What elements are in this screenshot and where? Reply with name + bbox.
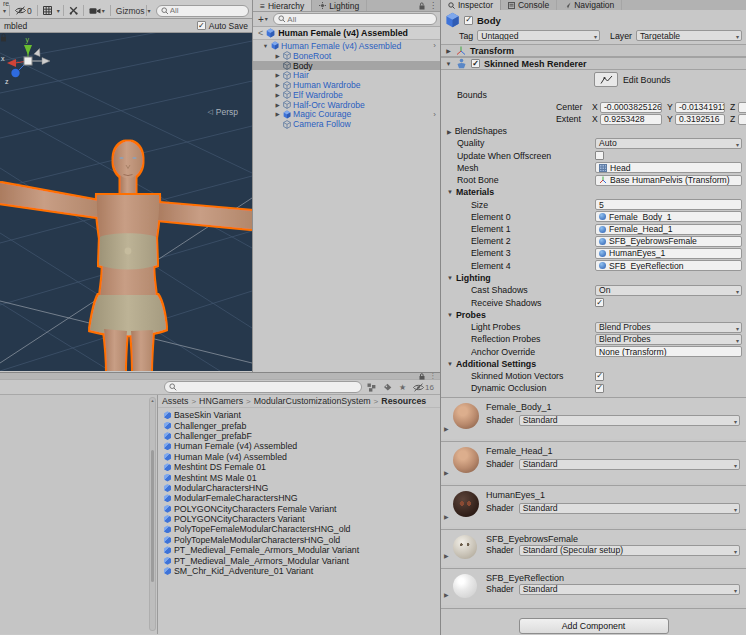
shader-dropdown[interactable]: Standard	[519, 415, 740, 426]
material-card-eye-reflection[interactable]: ▶ SFB_EyeReflection Shader Standard	[441, 568, 746, 605]
material-card-human-eyes[interactable]: ▶ HumanEyes_1 Shader Standard	[441, 485, 746, 527]
hierarchy-item-boneroot[interactable]: ▶ BoneRoot	[253, 51, 440, 61]
lighting-section-header[interactable]: ▼Lighting	[441, 272, 746, 285]
dynamic-occlusion-checkbox[interactable]	[595, 384, 604, 393]
scene-orientation-gizmo[interactable]: y x z	[0, 33, 56, 93]
project-item[interactable]: SM_Chr_Kid_Adventure_01 Variant	[158, 566, 440, 576]
grid-visibility-button[interactable]	[41, 4, 54, 17]
hierarchy-search-field[interactable]	[273, 13, 437, 25]
kebab-menu-icon[interactable]: ⋮	[430, 372, 437, 380]
scene-search-input[interactable]	[170, 6, 244, 15]
material-card-female-head[interactable]: ▶ Female_Head_1 Shader Standard	[441, 441, 746, 483]
material-object-field[interactable]: HumanEyes_1	[595, 248, 742, 259]
scrollbar-thumb[interactable]	[151, 450, 154, 582]
blendshapes-foldout[interactable]: ▶ BlendShapes	[441, 125, 746, 137]
tab-hierarchy[interactable]: ≡ Hierarchy	[253, 0, 312, 11]
prefab-open-chevron[interactable]: ›	[433, 110, 436, 119]
probes-section-header[interactable]: ▼Probes	[441, 309, 746, 322]
foldout-closed-icon[interactable]: ▶	[444, 513, 449, 520]
center-x-field[interactable]: -0.0003825126	[600, 102, 662, 113]
hierarchy-item-root[interactable]: ▼ Human Female (v4) Assembled ›	[253, 41, 440, 51]
shader-dropdown[interactable]: Standard (Specular setup)	[519, 545, 740, 556]
extent-z-field[interactable]	[738, 114, 746, 125]
search-by-type-button[interactable]	[365, 383, 378, 392]
hierarchy-item-camera-follow[interactable]: Camera Follow	[253, 119, 440, 129]
cast-shadows-dropdown[interactable]: On	[595, 285, 742, 296]
smr-component-header[interactable]: ▼ Skinned Mesh Renderer	[441, 57, 746, 70]
hierarchy-item-halforc-wardrobe[interactable]: ▶ Half-Orc Wardrobe	[253, 100, 440, 110]
extent-x-field[interactable]: 0.9253428	[600, 114, 662, 125]
foldout-closed-icon[interactable]: ▶	[444, 469, 449, 476]
transform-component-header[interactable]: ▶ Transform	[441, 44, 746, 57]
grid-dropdown-icon[interactable]: ▾	[57, 8, 60, 14]
scroll-up-icon[interactable]: ▲	[150, 398, 155, 403]
foldout-open-icon[interactable]: ▼	[262, 43, 269, 49]
project-search-input[interactable]	[179, 383, 357, 392]
prefab-open-chevron[interactable]: ›	[433, 41, 436, 50]
scene-viewport[interactable]: y x z ◁ Persp	[0, 33, 252, 371]
breadcrumb-assets[interactable]: Assets	[162, 396, 188, 406]
gameobject-name[interactable]: Body	[477, 15, 501, 26]
center-z-field[interactable]	[738, 102, 746, 113]
material-object-field[interactable]: SFB_EyebrowsFemale	[595, 236, 742, 247]
center-y-field[interactable]: -0.01341911	[675, 102, 725, 113]
reflection-probes-dropdown[interactable]: Blend Probes	[595, 334, 742, 345]
hierarchy-item-hair[interactable]: ▶ Hair	[253, 70, 440, 80]
tab-lighting[interactable]: Lighting	[312, 0, 367, 11]
hierarchy-item-elf-wardrobe[interactable]: ▶ Elf Wardrobe	[253, 90, 440, 100]
back-chevron-icon[interactable]: <	[258, 28, 263, 38]
active-checkbox[interactable]	[464, 16, 473, 25]
shader-dropdown[interactable]: Standard	[519, 459, 740, 470]
kebab-menu-icon[interactable]: ⋮	[429, 1, 437, 10]
project-search-field[interactable]	[164, 381, 362, 393]
foldout-closed-icon[interactable]: ▶	[274, 102, 281, 108]
component-enabled-checkbox[interactable]	[471, 59, 480, 68]
breadcrumb-modularcustomizationsystem[interactable]: ModularCustomizationSystem	[254, 396, 371, 406]
lock-icon[interactable]	[419, 2, 425, 10]
quality-dropdown[interactable]: Auto	[595, 138, 742, 149]
material-card-eyebrows[interactable]: ▶ SFB_EyebrowsFemale Shader Standard (Sp…	[441, 529, 746, 566]
lock-icon[interactable]	[0, 33, 7, 42]
tab-navigation[interactable]: Navigation	[557, 0, 622, 10]
extent-y-field[interactable]: 0.3192516	[675, 114, 725, 125]
tab-inspector[interactable]: Inspector	[441, 0, 501, 10]
breadcrumb-resources[interactable]: Resources	[381, 396, 426, 406]
tool-settings-button[interactable]	[67, 4, 80, 17]
mesh-object-field[interactable]: Head	[595, 162, 742, 173]
prefab-stage-breadcrumb[interactable]: < Human Female (v4) Assembled	[253, 27, 440, 40]
project-item[interactable]: POLYGONCityCharacters Female Variant	[158, 504, 440, 514]
camera-settings-button[interactable]: ▾	[87, 4, 107, 17]
foldout-closed-icon[interactable]: ▶	[445, 47, 452, 54]
size-field[interactable]: 5	[595, 199, 742, 210]
root-bone-object-field[interactable]: Base HumanPelvis (Transform)	[595, 175, 742, 186]
project-item[interactable]: POLYGONCityCharacters Variant	[158, 514, 440, 524]
project-item[interactable]: ModularFemaleCharactersHNG	[158, 493, 440, 503]
gizmos-dropdown[interactable]: Gizmos ▾	[114, 4, 153, 17]
hierarchy-item-human-wardrobe[interactable]: ▶ Human Wardrobe	[253, 80, 440, 90]
foldout-closed-icon[interactable]: ▶	[444, 591, 449, 598]
tag-dropdown[interactable]: Untagged	[477, 30, 600, 41]
foldout-open-icon[interactable]: ▼	[445, 61, 452, 67]
foldout-closed-icon[interactable]: ▶	[274, 92, 281, 98]
gameobject-cube-icon[interactable]	[445, 12, 460, 28]
hierarchy-item-body[interactable]: Body	[253, 61, 440, 71]
hidden-items-toggle[interactable]: 16	[411, 383, 436, 392]
project-item[interactable]: Challenger_prefabF	[158, 431, 440, 441]
light-probes-dropdown[interactable]: Blend Probes	[595, 322, 742, 333]
scene-visibility-toggle[interactable]: 0	[13, 4, 34, 17]
tab-console[interactable]: Console	[501, 0, 557, 10]
project-item[interactable]: Meshtint MS Male 01	[158, 472, 440, 482]
scene-search-field[interactable]	[156, 5, 249, 17]
project-item[interactable]: Human Male (v4) Assembled	[158, 452, 440, 462]
shader-dropdown[interactable]: Standard	[519, 584, 740, 595]
lock-icon[interactable]	[419, 373, 425, 380]
material-object-field[interactable]: Female_Body_1	[595, 211, 742, 222]
hierarchy-search-input[interactable]	[287, 15, 432, 24]
anchor-override-field[interactable]: None (Transform)	[595, 346, 742, 357]
material-object-field[interactable]: SFB_EyeReflection	[595, 260, 742, 271]
project-item[interactable]: PT_Medieval_Male_Armors_Modular Variant	[158, 555, 440, 565]
skinned-motion-vectors-checkbox[interactable]	[595, 372, 604, 381]
favorites-button[interactable]: ★	[397, 383, 408, 392]
foldout-closed-icon[interactable]: ▶	[274, 72, 281, 78]
project-item[interactable]: BaseSkin Variant	[158, 410, 440, 420]
